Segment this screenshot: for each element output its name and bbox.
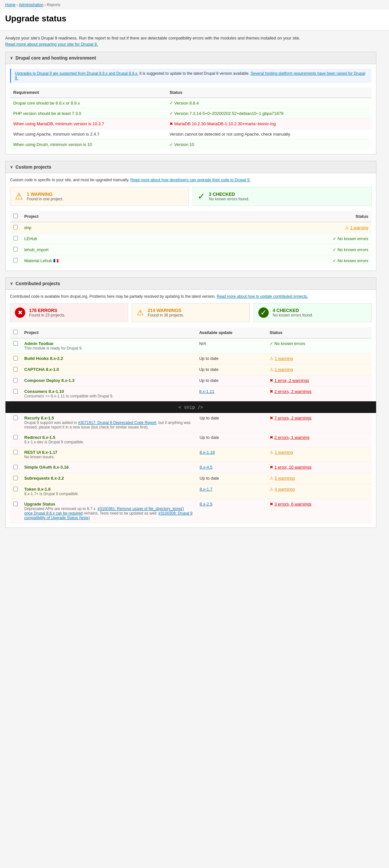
project-status: ⚠ 5 warnings (266, 473, 371, 484)
check-icon: ✓ (169, 142, 173, 147)
warn-icon: ⚠ (270, 450, 273, 455)
page-content: Analyze your site's Drupal 9 readiness. … (0, 30, 382, 539)
project-info: CAPTCHA 8.x-1.0 (21, 364, 196, 375)
section-contrib-header[interactable]: ∨ Contributed projects (5, 278, 376, 290)
row-check[interactable] (13, 465, 18, 469)
project-name: Admin Toolbar (24, 341, 193, 346)
note-link[interactable]: #3071817: Drupal 9 Deprecated Code Repor… (78, 421, 156, 425)
project-name: drip (21, 222, 193, 234)
project-info: Composer Deploy 8.x-1.3 (21, 375, 196, 386)
project-info: Redirect 8.x-1.5 8.x-1.x-dev is Drupal 9… (21, 432, 196, 447)
err-link[interactable]: 1 error, 2 warnings (274, 378, 309, 383)
row-check[interactable] (13, 415, 18, 420)
check-icon: ✓ (333, 247, 336, 252)
row-check[interactable] (13, 435, 18, 439)
error-icon: ✖ (270, 415, 273, 421)
project-status: ✖ 3 errors, 6 warnings (266, 499, 371, 523)
custom-info-link[interactable]: Read more about how developers can upgra… (130, 178, 251, 182)
row-check[interactable] (13, 367, 18, 372)
warn-link[interactable]: 1 warning (274, 356, 293, 361)
contrib-warn-count: 214 WARNINGS (148, 308, 184, 313)
row-check[interactable] (13, 487, 18, 491)
table-row: Simple OAuth 8.x-3.16 8.x-4.5 ✖ 1 error,… (10, 462, 371, 473)
core-info-link1[interactable]: Upgrades to Drupal 9 are supported from … (15, 71, 138, 76)
warn-icon-large2: ⚠ (137, 308, 144, 317)
available-link[interactable]: 8.x-4.5 (199, 465, 213, 470)
breadcrumb-home[interactable]: Home (5, 3, 15, 7)
error-icon: ✖ (270, 378, 273, 383)
req-col-requirement: Requirement (10, 87, 166, 98)
warn-link[interactable]: 1 warning (350, 225, 368, 230)
err-link[interactable]: 3 errors, 6 warnings (274, 502, 312, 506)
intro-link[interactable]: Read more about preparing your site for … (5, 42, 98, 46)
row-check[interactable] (13, 225, 18, 229)
err-link[interactable]: 2 errors, 2 warnings (274, 389, 312, 394)
row-checkbox (10, 364, 21, 375)
project-info: Admin Toolbar This module is ready for D… (21, 338, 196, 353)
contrib-col-project: Project (21, 327, 196, 338)
custom-col-check (10, 211, 21, 222)
row-check[interactable] (13, 356, 18, 361)
available-link[interactable]: 8.x-2.5 (199, 502, 213, 506)
project-available: Up to date (196, 413, 266, 432)
row-check[interactable] (13, 341, 18, 346)
row-check[interactable] (13, 502, 18, 506)
section-custom-toggle-icon: ∨ (10, 165, 13, 169)
req-name: When using MariaDB, minimum version is 1… (10, 119, 166, 129)
warn-icon-large: ⚠ (15, 191, 23, 202)
err-link[interactable]: 7 errors, 2 warnings (274, 415, 312, 421)
row-checkbox (10, 222, 21, 234)
project-name: Consumers 8.x-1.10 (24, 389, 193, 394)
row-checkbox (10, 353, 21, 364)
contrib-summary-err: ✖ 176 ERRORS Found in 23 projects. (10, 303, 128, 322)
project-name: Token 8.x-1.6 (24, 487, 193, 492)
available-link[interactable]: 8.x-1.11 (199, 389, 215, 394)
row-check[interactable] (13, 476, 18, 480)
warn-link[interactable]: 1 warning (274, 367, 293, 372)
row-check[interactable] (13, 378, 18, 382)
section-contrib-body: Contributed code is available from drupa… (5, 290, 376, 528)
project-note: Deprecated APIs are removed up to 8.7.x.… (24, 506, 193, 520)
section-custom-header[interactable]: ∨ Custom projects (5, 161, 376, 173)
project-note: 8.x-1.x-dev is Drupal 9 compatible. (24, 440, 193, 444)
warn-link[interactable]: 4 warnings (274, 487, 295, 492)
section-core-header[interactable]: ∨ Drupal core and hosting environment (5, 52, 376, 64)
warn-link[interactable]: 5 warnings (274, 476, 295, 480)
contrib-err-sub: Found in 23 projects. (29, 313, 65, 317)
error-icon: ✖ (270, 502, 273, 506)
custom-summary-boxes: ⚠ 1 WARNING Found in one project. ✓ 3 CH… (10, 187, 371, 206)
row-check[interactable] (13, 450, 18, 455)
available-link[interactable]: 8.x-1.7 (199, 487, 213, 492)
warn-link[interactable]: 1 warning (274, 450, 293, 455)
row-check[interactable] (13, 247, 18, 251)
err-link[interactable]: 2 errors, 1 warning (274, 435, 309, 440)
contrib-projects-table-after-snip: Recurly 8.x-1.5 Drupal 9 support was add… (10, 413, 371, 523)
contrib-projects-table: Project Available update Status Admin To… (10, 327, 371, 401)
err-link[interactable]: 1 error, 10 warnings (274, 465, 312, 470)
row-check[interactable] (13, 236, 18, 241)
available-link[interactable]: 8.x-1.18 (199, 450, 215, 455)
section-contrib-title: Contributed projects (15, 281, 60, 286)
project-available: N/A (196, 338, 266, 353)
section-custom: ∨ Custom projects Custom code is specifi… (5, 161, 377, 271)
select-all-contrib[interactable] (13, 330, 18, 334)
project-status: ⚠ 1 warning (266, 364, 371, 375)
row-check[interactable] (13, 389, 18, 394)
project-note: This module is ready for Drupal 9. (24, 346, 193, 350)
project-name: Subrequests 8.x-2.2 (24, 476, 193, 480)
warn-icon: ⚠ (270, 356, 273, 361)
section-core: ∨ Drupal core and hosting environment Up… (5, 52, 377, 154)
select-all-custom[interactable] (13, 214, 18, 218)
project-available: Up to date (196, 375, 266, 386)
row-checkbox (10, 375, 21, 386)
table-row: drip ⚠ 1 warning (10, 222, 371, 234)
row-check[interactable] (13, 258, 18, 262)
check-icon-large2: ✓ (258, 307, 269, 318)
project-note: Consumers >= 8.x-1.11 is compatible with… (24, 394, 193, 398)
project-status: ✖ 1 error, 2 warnings (266, 375, 371, 386)
breadcrumb-admin[interactable]: Administration (19, 3, 43, 7)
project-available: 8.x-4.5 (196, 462, 266, 473)
custom-info-text: Custom code is specific to your site, an… (10, 178, 371, 182)
table-row: Token 8.x-1.6 8.x-1.7+ is Drupal 9 compa… (10, 484, 371, 499)
contrib-info-link[interactable]: Read more about how to update contribute… (217, 294, 308, 299)
